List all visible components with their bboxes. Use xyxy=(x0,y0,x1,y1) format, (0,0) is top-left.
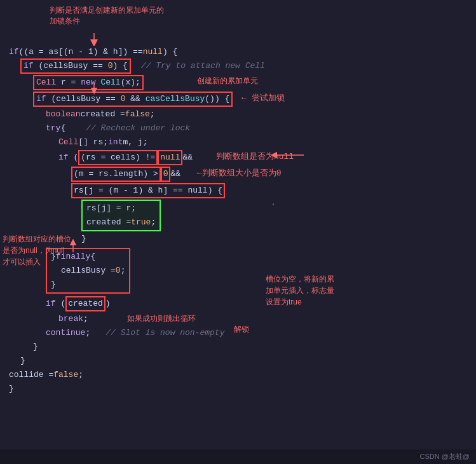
main-container: 判断是否满足创建新的累加单元的加锁条件 if ((a = as[(n - 1) … xyxy=(0,0,476,464)
annotation-break: 如果成功则跳出循环 xyxy=(127,313,196,324)
footer-text: CSDN @老蛙@ xyxy=(419,453,470,460)
annotation-null-check: 判断数组是否为null xyxy=(216,151,294,163)
code-area: if ((a = as[(n - 1) & h]) == null) { if … xyxy=(0,46,476,395)
annotation-1: 判断是否满足创建新的累加单元的加锁条件 xyxy=(50,5,164,27)
annotation-trylock: ← 尝试加锁 xyxy=(241,92,285,105)
annotation-slot-null: 判断数组对应的槽位是否为null，为null才可以插入 xyxy=(3,233,71,268)
footer: CSDN @老蛙@ xyxy=(0,449,476,464)
annotation-len-check: ←判断数组大小是否为0 xyxy=(197,167,282,180)
annotation-create-cell: 创建新的累加单元 xyxy=(197,76,258,86)
